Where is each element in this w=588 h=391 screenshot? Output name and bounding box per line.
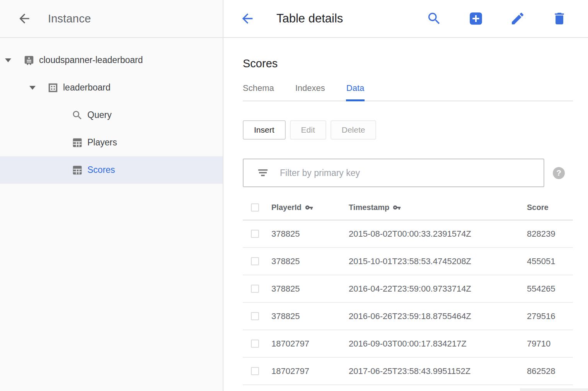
- main-panel: Table details Scores Schem: [223, 0, 588, 391]
- main-header: Table details: [223, 0, 588, 38]
- database-tree: cloudspanner-leaderboard leaderboard Que…: [0, 38, 223, 184]
- table-details-content: Scores Schema Indexes Data Insert Edit D…: [223, 38, 588, 385]
- tab-indexes[interactable]: Indexes: [295, 83, 325, 101]
- row-checkbox[interactable]: [251, 340, 259, 348]
- tab-schema[interactable]: Schema: [243, 83, 274, 101]
- edit-pencil-icon[interactable]: [510, 11, 525, 26]
- filter-row: ?: [243, 159, 588, 187]
- sidebar-header: Instance: [0, 0, 223, 38]
- column-header-score: Score: [527, 203, 549, 212]
- back-arrow-icon[interactable]: [17, 11, 32, 26]
- row-checkbox[interactable]: [251, 285, 259, 293]
- row-checkbox[interactable]: [251, 312, 259, 320]
- tree-item-label: Query: [87, 110, 112, 120]
- cell-playerid: 378825: [271, 311, 300, 321]
- cell-score: 279516: [527, 311, 555, 321]
- cell-timestamp: 2017-06-25T23:58:43.9951152Z: [349, 366, 470, 376]
- tree-item-label: Players: [87, 137, 117, 148]
- help-icon[interactable]: ?: [553, 167, 565, 179]
- cell-playerid: 378825: [271, 229, 300, 239]
- cell-score: 828239: [527, 229, 555, 239]
- tree-item-label: leaderboard: [63, 82, 111, 93]
- row-action-buttons: Insert Edit Delete: [243, 120, 588, 140]
- select-all-checkbox[interactable]: [251, 203, 259, 212]
- table-row[interactable]: 378825 2015-10-01T23:58:53.4745208Z 4550…: [243, 248, 573, 275]
- sidebar-title: Instance: [48, 12, 91, 25]
- search-icon[interactable]: [426, 11, 442, 26]
- table-row[interactable]: 18702797 2016-09-03T00:00:17.834217Z 797…: [243, 330, 573, 358]
- tab-data[interactable]: Data: [346, 83, 364, 101]
- page-header-title: Table details: [276, 12, 343, 26]
- header-checkbox-cell: [243, 203, 271, 212]
- row-checkbox[interactable]: [251, 230, 259, 238]
- add-row-icon[interactable]: [468, 11, 484, 26]
- cell-playerid: 378825: [271, 284, 300, 294]
- primary-key-icon: [305, 203, 313, 212]
- table-icon: [72, 164, 83, 176]
- table-header-row: PlayerId Timestamp Score: [243, 195, 573, 220]
- cell-timestamp: 2016-09-03T00:00:17.834217Z: [349, 339, 467, 349]
- primary-key-icon: [393, 203, 401, 212]
- spanner-console: Instance cloudspanner-leaderboard: [0, 0, 588, 391]
- table-row[interactable]: 378825 2016-04-22T23:59:00.9733714Z 5542…: [243, 275, 573, 303]
- scrollbar-stub[interactable]: [520, 388, 588, 391]
- column-header-playerid: PlayerId: [271, 203, 302, 212]
- tree-item-players[interactable]: Players: [0, 129, 223, 156]
- table-row[interactable]: 378825 2015-08-02T00:00:33.2391574Z 8282…: [243, 220, 573, 248]
- database-icon: [47, 82, 59, 94]
- cell-timestamp: 2015-10-01T23:58:53.4745208Z: [349, 256, 471, 266]
- filter-primary-key-input[interactable]: [280, 168, 544, 178]
- table-row[interactable]: 18702797 2017-06-25T23:58:43.9951152Z 86…: [243, 358, 573, 385]
- table-icon: [72, 137, 83, 149]
- cell-timestamp: 2016-06-26T23:59:18.8755464Z: [349, 311, 471, 321]
- instance-icon: [23, 55, 35, 66]
- delete-button[interactable]: Delete: [331, 120, 377, 140]
- edit-button[interactable]: Edit: [290, 120, 326, 140]
- table-row[interactable]: 378825 2016-06-26T23:59:18.8755464Z 2795…: [243, 303, 573, 330]
- column-header-timestamp: Timestamp: [349, 203, 389, 212]
- search-icon: [72, 109, 83, 121]
- cell-score: 862528: [527, 366, 555, 376]
- chevron-down-icon[interactable]: [29, 86, 36, 90]
- row-checkbox[interactable]: [251, 257, 259, 265]
- tree-item-instance[interactable]: cloudspanner-leaderboard: [0, 46, 223, 74]
- sidebar: Instance cloudspanner-leaderboard: [0, 0, 223, 391]
- cell-score: 79710: [527, 339, 551, 349]
- tree-item-label: Scores: [87, 165, 115, 175]
- tree-item-label: cloudspanner-leaderboard: [39, 55, 143, 65]
- cell-score: 455051: [527, 256, 555, 266]
- cell-timestamp: 2015-08-02T00:00:33.2391574Z: [349, 229, 471, 239]
- cell-playerid: 18702797: [271, 339, 309, 349]
- filter-box[interactable]: [243, 159, 544, 187]
- cell-playerid: 18702797: [271, 366, 309, 376]
- table-name-title: Scores: [243, 57, 588, 70]
- tree-item-database[interactable]: leaderboard: [0, 74, 223, 101]
- tree-item-scores[interactable]: Scores: [0, 156, 223, 184]
- delete-trash-icon[interactable]: [552, 11, 567, 26]
- chevron-down-icon[interactable]: [5, 58, 11, 62]
- cell-score: 554265: [527, 284, 555, 294]
- data-table: PlayerId Timestamp Score: [243, 195, 573, 385]
- filter-icon: [257, 167, 269, 179]
- tree-item-query[interactable]: Query: [0, 101, 223, 129]
- row-checkbox[interactable]: [251, 367, 259, 375]
- back-arrow-icon[interactable]: [240, 11, 255, 26]
- header-actions: [426, 11, 588, 26]
- cell-timestamp: 2016-04-22T23:59:00.9733714Z: [349, 284, 471, 294]
- cell-playerid: 378825: [271, 256, 300, 266]
- tab-bar: Schema Indexes Data: [243, 83, 573, 101]
- insert-button[interactable]: Insert: [243, 120, 286, 140]
